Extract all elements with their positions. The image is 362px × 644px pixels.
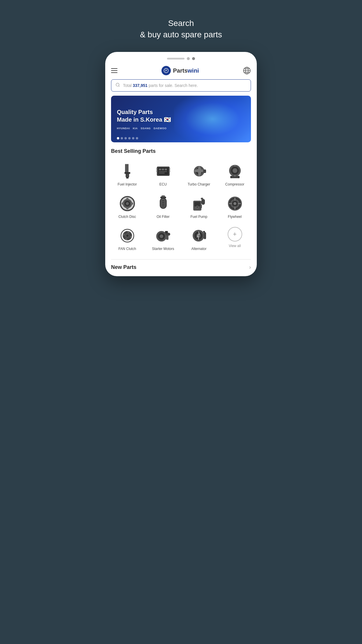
new-parts-row[interactable]: New Parts ›	[105, 264, 257, 270]
banner-brands: HYUNDAI KIA SSANG DAEWOO	[117, 127, 171, 130]
page-dot-1[interactable]	[187, 57, 190, 60]
svg-point-42	[126, 207, 129, 209]
svg-point-65	[233, 202, 236, 205]
svg-rect-24	[156, 171, 157, 172]
best-selling-title: Best Selling Parts	[105, 148, 257, 159]
hero-line2: & buy auto spare parts	[140, 29, 222, 40]
svg-rect-9	[126, 164, 127, 173]
part-fuel-injector[interactable]: Fuel Injector	[110, 159, 145, 190]
fuel-injector-icon	[119, 162, 136, 180]
svg-rect-18	[162, 169, 164, 170]
svg-rect-19	[165, 169, 167, 170]
part-compressor[interactable]: Compressor	[217, 159, 252, 190]
starter-motors-label: Starter Motors	[152, 247, 174, 251]
hamburger-line-3	[111, 72, 117, 73]
fan-clutch-icon	[119, 227, 136, 244]
svg-rect-83	[204, 232, 206, 239]
svg-rect-84	[203, 231, 205, 232]
brand-ssangyong: SSANG	[141, 127, 151, 130]
part-fuel-pump[interactable]: Fuel Pump	[182, 191, 216, 222]
svg-rect-26	[169, 170, 171, 170]
oil-filter-icon	[154, 195, 172, 212]
banner-dot-6[interactable]	[136, 137, 138, 139]
hamburger-line-2	[111, 70, 117, 71]
logo-wini: wini	[188, 67, 199, 74]
logo-parts: Parts	[173, 67, 188, 74]
banner-dot-3[interactable]	[124, 137, 127, 139]
svg-rect-79	[165, 231, 168, 233]
svg-rect-14	[126, 177, 129, 178]
svg-rect-11	[125, 164, 126, 173]
search-placeholder: Total 337,951 parts for sale. Search her…	[123, 83, 198, 88]
banner-dot-1[interactable]	[117, 137, 119, 139]
logo-circle: P	[161, 66, 171, 75]
promo-banner[interactable]: Quality Parts Made in S.Korea 🇰🇷 HYUNDAI…	[111, 96, 251, 142]
view-all-button[interactable]: + View all	[217, 223, 252, 254]
part-flywheel[interactable]: Flywheel	[217, 191, 252, 222]
part-turbo-charger[interactable]: Turbo Charger	[182, 159, 216, 190]
section-divider	[111, 259, 251, 260]
ecu-icon	[154, 162, 172, 180]
svg-rect-21	[159, 173, 165, 174]
svg-rect-12	[124, 172, 130, 174]
svg-rect-78	[166, 236, 168, 240]
hero-line1: Search	[140, 18, 222, 29]
svg-rect-57	[201, 199, 205, 205]
search-bar[interactable]: Total 337,951 parts for sale. Search her…	[111, 79, 251, 92]
part-oil-filter[interactable]: Oil Filter	[146, 191, 180, 222]
part-fan-clutch[interactable]: FAN Clutch	[110, 223, 145, 254]
svg-point-7	[116, 83, 119, 86]
fan-clutch-label: FAN Clutch	[118, 247, 136, 251]
part-clutch-disc[interactable]: Clutch Disc	[110, 191, 145, 222]
parts-count: 337,951	[133, 83, 147, 88]
starter-motors-icon	[154, 227, 172, 244]
alternator-icon	[190, 227, 208, 244]
svg-text:P: P	[165, 69, 167, 72]
parts-grid: Fuel Injector	[105, 159, 257, 254]
view-all-label: View all	[229, 244, 241, 248]
flywheel-label: Flywheel	[228, 215, 242, 219]
part-alternator[interactable]: Alternator	[182, 223, 216, 254]
app-header: P Partswini	[105, 63, 257, 79]
clutch-disc-label: Clutch Disc	[118, 215, 136, 219]
svg-rect-48	[161, 195, 165, 197]
banner-dots	[117, 137, 138, 139]
flywheel-icon	[226, 195, 244, 212]
svg-point-56	[196, 206, 198, 208]
banner-content: Quality Parts Made in S.Korea 🇰🇷 HYUNDAI…	[111, 96, 177, 142]
phone-swipe-indicator	[167, 58, 184, 60]
page-dot-2[interactable]	[192, 57, 195, 60]
banner-dot-2[interactable]	[121, 137, 123, 139]
new-parts-arrow: ›	[249, 264, 251, 270]
hero-text-block: Search & buy auto spare parts	[140, 18, 222, 52]
part-ecu[interactable]: ECU	[146, 159, 180, 190]
banner-glow	[174, 96, 251, 142]
part-starter-motors[interactable]: Starter Motors	[146, 223, 180, 254]
turbo-charger-label: Turbo Charger	[188, 182, 210, 186]
svg-rect-31	[203, 169, 206, 173]
svg-rect-22	[156, 168, 157, 169]
brand-hyundai: HYUNDAI	[117, 127, 130, 130]
svg-rect-23	[156, 170, 157, 170]
svg-rect-10	[127, 164, 129, 173]
svg-point-73	[126, 235, 129, 237]
phone-top-bar	[105, 52, 257, 63]
brand-daewoo: DAEWOO	[154, 127, 167, 130]
banner-dot-4[interactable]	[128, 137, 131, 139]
hamburger-menu-button[interactable]	[111, 68, 117, 73]
svg-point-41	[126, 198, 129, 200]
logo-area[interactable]: P Partswini	[161, 66, 199, 75]
svg-point-40	[126, 202, 129, 205]
search-icon	[115, 83, 120, 88]
ecu-label: ECU	[159, 182, 167, 186]
banner-dot-5[interactable]	[132, 137, 134, 139]
language-button[interactable]	[243, 66, 251, 75]
compressor-icon	[226, 162, 244, 180]
clutch-disc-icon	[119, 195, 136, 212]
svg-rect-27	[169, 171, 171, 172]
banner-line1: Quality Parts	[117, 108, 171, 116]
hamburger-line-1	[111, 68, 117, 69]
svg-point-76	[160, 235, 163, 238]
svg-rect-17	[159, 169, 161, 170]
fuel-pump-icon	[190, 195, 208, 212]
